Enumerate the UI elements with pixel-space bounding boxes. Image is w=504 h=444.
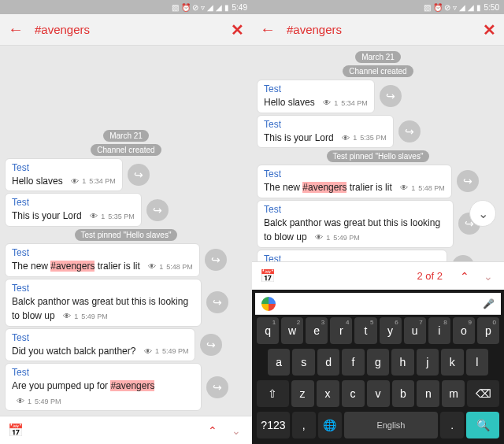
page-title: #avengers [35, 23, 231, 36]
message-row[interactable]: Test The new #avengers tralier is lit 15… [257, 165, 499, 198]
symbols-key[interactable]: ?123 [257, 412, 290, 438]
message-row[interactable]: Test This is your Lord 15:35 PM ↪ [5, 193, 247, 227]
sender-name: Test [12, 162, 116, 173]
key-x[interactable]: x [317, 380, 339, 407]
key-p[interactable]: p0 [477, 317, 499, 344]
globe-key[interactable]: 🌐 [318, 412, 342, 438]
message-meta: 15:49 PM [63, 312, 108, 320]
pinned-pill: Test pinned "Hello slaves" [75, 229, 178, 241]
key-n[interactable]: n [417, 380, 439, 407]
message-meta: 15:34 PM [71, 177, 116, 186]
eye-icon [144, 347, 152, 356]
message-row[interactable]: Test Did you watch balck panther? 15:49 … [5, 328, 247, 362]
key-o[interactable]: o9 [453, 317, 475, 344]
forward-icon[interactable]: ↪ [452, 255, 474, 261]
scroll-down-fab[interactable]: ⌄ [469, 200, 496, 227]
close-icon[interactable]: ✕ [483, 20, 496, 39]
forward-icon[interactable]: ↪ [205, 249, 227, 271]
key-b[interactable]: b [392, 380, 415, 407]
key-y[interactable]: y6 [380, 317, 402, 344]
key-v[interactable]: v [367, 380, 390, 407]
key-s[interactable]: s [292, 349, 314, 376]
key-c[interactable]: c [342, 380, 365, 407]
status-time: 5:49 [232, 3, 247, 12]
forward-icon[interactable]: ↪ [146, 199, 169, 221]
message-text: The new #avengers tralier is lit [264, 182, 392, 193]
eye-icon [315, 233, 323, 242]
forward-icon[interactable]: ↪ [457, 170, 479, 192]
message-text: Did you watch balck panther? [12, 346, 135, 357]
key-q[interactable]: q1 [257, 317, 279, 344]
header: ← #avengers ✕ [252, 14, 504, 46]
message-meta: 15:48 PM [148, 262, 193, 271]
message-row[interactable]: Test The new #avengers tralier is lit 15… [5, 243, 247, 277]
message-row[interactable]: Test This is your Lord 15:35 PM ↪ [257, 115, 499, 149]
period-key[interactable]: . [440, 412, 464, 438]
key-j[interactable]: j [417, 349, 439, 376]
message-meta: 15:49 PM [315, 233, 360, 242]
chat-area: ⌄ March 21 Channel created Test Hello sl… [252, 46, 504, 261]
keyboard-suggestion-bar: 🎤 [255, 293, 501, 315]
eye-icon [342, 134, 350, 142]
status-icons: ▧ ⏰ ⊘ ▿ ◢ ◢ ▮ [172, 3, 229, 12]
chevron-down-icon[interactable]: ⌄ [484, 270, 493, 283]
eye-icon [400, 183, 408, 192]
search-key[interactable]: 🔍 [466, 412, 499, 438]
message-row[interactable]: Test Are you pumped up for #avengers 15:… [5, 363, 247, 411]
back-arrow-icon[interactable]: ← [260, 20, 276, 39]
date-pill: March 21 [355, 51, 401, 63]
bottom-bar: 📅 ⌃ ⌄ [0, 416, 252, 444]
message-row[interactable]: Test Hello slaves 15:34 PM ↪ [5, 158, 247, 192]
forward-icon[interactable]: ↪ [206, 376, 228, 398]
key-u[interactable]: u7 [404, 317, 426, 344]
phone-right: ▧ ⏰ ⊘ ▿ ◢ ◢ ▮ 5:50 ← #avengers ✕ ⌄ March… [252, 0, 504, 444]
key-d[interactable]: d [317, 349, 339, 376]
key-t[interactable]: t5 [354, 317, 376, 344]
message-row[interactable]: Test Balck panthor was great but this is… [257, 200, 499, 248]
message-row[interactable]: Test Balck panthor was great but this is… [5, 279, 247, 327]
forward-icon[interactable]: ↪ [398, 120, 421, 142]
eye-icon [17, 397, 24, 405]
chevron-up-icon[interactable]: ⌃ [460, 270, 469, 283]
chevron-up-icon[interactable]: ⌃ [208, 424, 217, 437]
sender-name: Test [12, 247, 193, 258]
forward-icon[interactable]: ↪ [128, 164, 150, 186]
message-row[interactable]: Test Did you watch balck panther? 15:49 … [257, 250, 499, 261]
result-count: 2 of 2 [417, 270, 443, 282]
forward-icon[interactable]: ↪ [206, 291, 228, 313]
key-w[interactable]: w2 [281, 317, 303, 344]
eye-icon [148, 262, 156, 271]
forward-icon[interactable]: ↪ [380, 85, 402, 107]
status-time: 5:50 [484, 3, 499, 12]
close-icon[interactable]: ✕ [231, 20, 244, 39]
pinned-pill: Test pinned "Hello slaves" [327, 150, 430, 162]
key-k[interactable]: k [441, 349, 463, 376]
message-text: This is your Lord [264, 132, 334, 143]
key-i[interactable]: i8 [428, 317, 450, 344]
key-l[interactable]: l [466, 349, 488, 376]
chevron-down-icon[interactable]: ⌄ [232, 424, 241, 437]
backspace-key[interactable]: ⌫ [467, 380, 499, 407]
back-arrow-icon[interactable]: ← [8, 20, 24, 39]
mic-icon[interactable]: 🎤 [483, 298, 495, 309]
message-meta: 15:34 PM [323, 98, 368, 107]
key-a[interactable]: a [268, 349, 290, 376]
message-row[interactable]: Test Hello slaves 15:34 PM ↪ [257, 80, 499, 113]
hashtag-highlight: #avengers [110, 380, 154, 391]
phone-left: ▧ ⏰ ⊘ ▿ ◢ ◢ ▮ 5:49 ← #avengers ✕ March 2… [0, 0, 252, 444]
calendar-icon[interactable]: 📅 [260, 268, 276, 283]
key-z[interactable]: z [291, 380, 314, 407]
calendar-icon[interactable]: 📅 [8, 423, 24, 438]
forward-icon[interactable]: ↪ [200, 334, 222, 356]
shift-key[interactable]: ⇧ [257, 380, 289, 407]
key-f[interactable]: f [342, 349, 364, 376]
key-r[interactable]: r4 [330, 317, 352, 344]
key-m[interactable]: m [442, 380, 465, 407]
key-h[interactable]: h [391, 349, 413, 376]
key-e[interactable]: e3 [306, 317, 328, 344]
google-logo-icon[interactable] [261, 297, 276, 311]
space-key[interactable]: English [344, 412, 439, 438]
key-g[interactable]: g [367, 349, 389, 376]
comma-key[interactable]: , [292, 412, 316, 438]
status-bar: ▧ ⏰ ⊘ ▿ ◢ ◢ ▮ 5:49 [0, 0, 252, 14]
